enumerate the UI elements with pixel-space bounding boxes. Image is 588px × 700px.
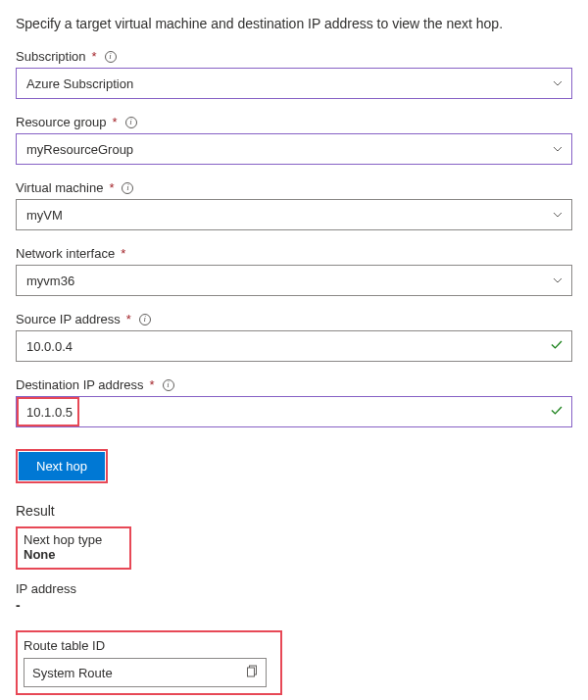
- resource-group-label-text: Resource group: [16, 115, 107, 129]
- subscription-select[interactable]: Azure Subscription: [16, 68, 572, 99]
- route-table-value-wrap[interactable]: System Route: [24, 658, 267, 687]
- virtual-machine-label: Virtual machine * i: [16, 180, 572, 195]
- resource-group-field-group: Resource group * i myResourceGroup: [16, 115, 572, 165]
- destination-ip-label-text: Destination IP address: [16, 377, 144, 392]
- info-icon[interactable]: i: [122, 182, 133, 194]
- subscription-label-text: Subscription: [16, 49, 86, 64]
- required-star-icon: *: [121, 246, 125, 261]
- source-ip-label: Source IP address * i: [16, 312, 572, 326]
- next-hop-button-highlight: Next hop: [16, 449, 108, 483]
- route-table-label: Route table ID: [24, 638, 274, 653]
- required-star-icon: *: [150, 377, 155, 392]
- check-icon: [550, 338, 564, 355]
- resource-group-value: myResourceGroup: [26, 142, 133, 157]
- virtual-machine-value: myVM: [26, 208, 63, 223]
- next-hop-type-label: Next hop type: [24, 532, 123, 547]
- required-star-icon: *: [109, 180, 114, 195]
- subscription-field-group: Subscription * i Azure Subscription: [16, 49, 572, 99]
- resource-group-label: Resource group * i: [16, 115, 572, 129]
- network-interface-label: Network interface *: [16, 246, 572, 261]
- destination-ip-label: Destination IP address * i: [16, 377, 572, 392]
- next-hop-button[interactable]: Next hop: [19, 452, 105, 480]
- destination-ip-input-wrap[interactable]: [16, 396, 572, 427]
- chevron-down-icon: [552, 209, 564, 221]
- chevron-down-icon: [552, 143, 564, 155]
- source-ip-input-wrap[interactable]: [16, 330, 572, 362]
- chevron-down-icon: [552, 275, 564, 286]
- check-icon: [550, 404, 564, 421]
- virtual-machine-label-text: Virtual machine: [16, 180, 103, 195]
- required-star-icon: *: [92, 49, 97, 64]
- next-hop-type-value: None: [24, 547, 123, 562]
- required-star-icon: *: [113, 115, 118, 129]
- destination-ip-field-group: Destination IP address * i: [16, 377, 572, 427]
- next-hop-type-block: Next hop type None: [16, 526, 131, 570]
- virtual-machine-field-group: Virtual machine * i myVM: [16, 180, 572, 230]
- network-interface-label-text: Network interface: [16, 246, 115, 261]
- source-ip-field-group: Source IP address * i: [16, 312, 572, 362]
- route-table-block: Route table ID System Route: [16, 630, 282, 695]
- route-table-value: System Route: [32, 666, 113, 680]
- network-interface-select[interactable]: myvm36: [16, 265, 572, 296]
- result-heading: Result: [16, 503, 572, 519]
- virtual-machine-select[interactable]: myVM: [16, 199, 572, 230]
- ip-address-value: -: [16, 597, 572, 613]
- svg-rect-1: [248, 668, 255, 676]
- chevron-down-icon: [552, 77, 564, 89]
- required-star-icon: *: [126, 312, 131, 326]
- network-interface-value: myvm36: [26, 274, 74, 288]
- copy-icon[interactable]: [246, 665, 259, 680]
- destination-ip-input[interactable]: [26, 405, 562, 420]
- source-ip-input[interactable]: [26, 339, 562, 354]
- page-description: Specify a target virtual machine and des…: [16, 16, 572, 31]
- subscription-value: Azure Subscription: [26, 76, 133, 91]
- ip-address-label: IP address: [16, 581, 572, 596]
- source-ip-label-text: Source IP address: [16, 312, 121, 326]
- info-icon[interactable]: i: [139, 314, 151, 325]
- info-icon[interactable]: i: [105, 51, 117, 63]
- info-icon[interactable]: i: [125, 117, 137, 128]
- network-interface-field-group: Network interface * myvm36: [16, 246, 572, 296]
- subscription-label: Subscription * i: [16, 49, 572, 64]
- resource-group-select[interactable]: myResourceGroup: [16, 133, 572, 165]
- info-icon[interactable]: i: [163, 379, 174, 391]
